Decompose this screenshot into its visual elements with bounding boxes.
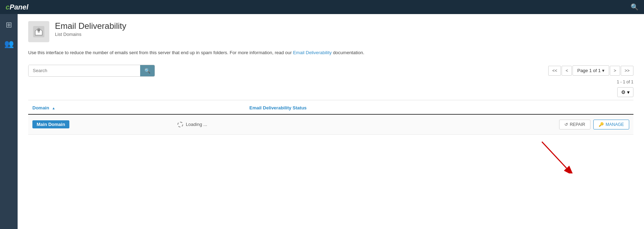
svg-line-4 (542, 142, 567, 168)
table-row: Main Domain Loading ... ↺ REPAIR (28, 114, 633, 135)
action-buttons: ↺ REPAIR 🔑 MANAGE (387, 120, 629, 129)
records-count: 1 - 1 of 1 (28, 79, 633, 84)
page-dropdown-icon: ▾ (602, 68, 605, 73)
arrow-annotation (28, 135, 633, 177)
description: Use this interface to reduce the number … (28, 49, 633, 56)
loading-status: Loading ... (177, 122, 379, 127)
first-page-button[interactable]: << (548, 66, 561, 76)
loading-text: Loading ... (186, 122, 207, 127)
description-text: Use this interface to reduce the number … (28, 50, 292, 55)
users-icon[interactable]: 👥 (2, 37, 16, 51)
table-body: Main Domain Loading ... ↺ REPAIR (28, 114, 633, 135)
prev-page-button[interactable]: < (562, 66, 572, 76)
page-label: Page 1 of 1 (577, 68, 601, 73)
repair-button[interactable]: ↺ REPAIR (559, 120, 590, 129)
page-subtitle: List Domains (55, 32, 126, 37)
gear-button[interactable]: ⚙ ▾ (617, 87, 633, 97)
page-icon (28, 21, 49, 42)
email-deliverability-link[interactable]: Email Deliverability (293, 50, 332, 55)
page-title: Email Deliverability (55, 21, 126, 31)
domain-table: Domain ▲ Email Deliverability Status Mai… (28, 102, 633, 135)
pagination: << < Page 1 of 1 ▾ > >> (548, 65, 633, 76)
domain-sort-icon: ▲ (52, 106, 55, 110)
page-header: Email Deliverability List Domains (28, 21, 633, 42)
actions-cell: ↺ REPAIR 🔑 MANAGE (383, 114, 633, 135)
search-button[interactable]: 🔍 (140, 65, 155, 76)
page-indicator[interactable]: Page 1 of 1 ▾ (573, 65, 609, 76)
red-arrow-icon (521, 135, 577, 173)
manage-icon: 🔑 (599, 122, 604, 127)
actions-column-header (383, 102, 633, 114)
main-domain-badge: Main Domain (32, 120, 69, 128)
repair-icon: ↺ (564, 122, 568, 127)
svg-rect-2 (38, 32, 40, 33)
top-nav: cPanel 🔍 (0, 0, 644, 14)
status-column-header: Email Deliverability Status (173, 102, 383, 114)
svg-point-1 (37, 29, 40, 32)
last-page-button[interactable]: >> (621, 66, 633, 76)
table-divider (28, 100, 633, 100)
description-suffix: documentation. (333, 50, 364, 55)
gear-dropdown-icon: ▾ (627, 89, 630, 95)
domain-column-header[interactable]: Domain ▲ (28, 102, 173, 114)
search-pagination-bar: 🔍 << < Page 1 of 1 ▾ > >> (28, 65, 633, 77)
search-box: 🔍 (28, 65, 155, 77)
top-nav-search-icon[interactable]: 🔍 (631, 3, 638, 11)
main-content: Email Deliverability List Domains Use th… (18, 14, 644, 229)
next-page-button[interactable]: > (610, 66, 620, 76)
loading-spinner-icon (177, 122, 183, 127)
table-header-row: Domain ▲ Email Deliverability Status (28, 102, 633, 114)
status-cell: Loading ... (173, 114, 383, 135)
table-header: Domain ▲ Email Deliverability Status (28, 102, 633, 114)
email-deliverability-icon (32, 25, 45, 38)
side-nav: ⊞ 👥 (0, 14, 18, 229)
gear-icon: ⚙ (621, 89, 626, 95)
settings-row: ⚙ ▾ (28, 87, 633, 97)
manage-button[interactable]: 🔑 MANAGE (593, 120, 629, 129)
grid-icon[interactable]: ⊞ (4, 18, 14, 32)
cpanel-logo: cPanel (6, 3, 28, 11)
page-title-block: Email Deliverability List Domains (55, 21, 126, 37)
search-input[interactable] (29, 65, 140, 76)
domain-cell: Main Domain (28, 114, 173, 135)
